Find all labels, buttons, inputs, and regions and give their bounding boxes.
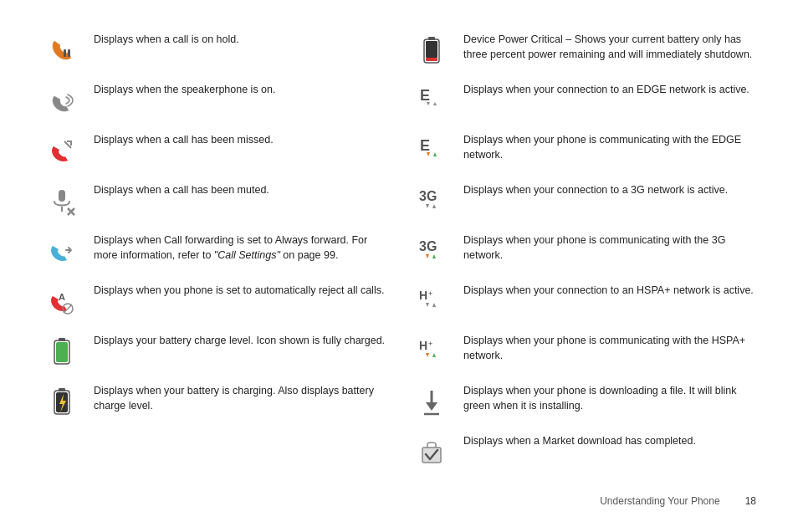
svg-rect-14: [59, 388, 65, 391]
edge-comm-icon: E: [412, 132, 452, 169]
svg-text:E: E: [420, 137, 430, 154]
svg-marker-34: [426, 303, 429, 307]
footer: Understanding Your Phone 18: [42, 489, 756, 507]
list-item: H + Displays when your phone is communic…: [412, 326, 756, 376]
list-item: Displays when Call forwarding is set to …: [42, 226, 386, 276]
3g-active-text: Displays when your connection to a 3G ne…: [463, 182, 756, 197]
edge-comm-text: Displays when your phone is communicatin…: [463, 132, 756, 162]
svg-marker-27: [426, 204, 429, 208]
muted-text: Displays when a call has been muted.: [94, 182, 386, 197]
battery-charging-icon: [42, 383, 82, 420]
svg-text:3G: 3G: [419, 239, 437, 253]
svg-rect-17: [428, 37, 435, 40]
speakerphone-text: Displays when the speakerphone is on.: [94, 82, 386, 97]
list-item: Displays when the speakerphone is on.: [42, 75, 386, 125]
list-item: Displays when a Market download has comp…: [412, 427, 756, 477]
svg-text:H: H: [419, 289, 427, 302]
speakerphone-icon: [42, 82, 82, 119]
list-item: Displays your battery charge level. Icon…: [42, 326, 386, 376]
battery-full-text: Displays your battery charge level. Icon…: [94, 333, 386, 348]
svg-marker-35: [432, 303, 436, 307]
list-item: Device Power Critical – Shows your curre…: [412, 25, 756, 75]
call-hold-text: Displays when a call is on hold.: [94, 32, 386, 47]
svg-marker-25: [433, 152, 437, 156]
list-item: A Displays when you phone is set to auto…: [42, 276, 386, 326]
content-area: Displays when a call is on hold. Display…: [42, 25, 756, 489]
hspa-comm-text: Displays when your phone is communicatin…: [463, 333, 756, 363]
list-item: Displays when your phone is downloading …: [412, 376, 756, 427]
svg-text:3G: 3G: [419, 189, 437, 203]
svg-text:E: E: [420, 87, 430, 104]
svg-text:A: A: [59, 292, 65, 302]
svg-text:H: H: [419, 339, 427, 352]
svg-marker-38: [426, 353, 429, 357]
list-item: Displays when a call is on hold.: [42, 25, 386, 75]
missed-call-text: Displays when a call has been missed.: [94, 132, 386, 147]
left-column: Displays when a call is on hold. Display…: [42, 25, 386, 489]
edge-active-text: Displays when your connection to an EDGE…: [463, 82, 756, 97]
call-hold-icon: [42, 32, 82, 69]
svg-rect-12: [56, 342, 68, 362]
3g-comm-icon: 3G: [412, 233, 452, 269]
hspa-active-icon: H +: [412, 283, 452, 320]
svg-marker-24: [427, 152, 430, 156]
hspa-active-text: Displays when your connection to an HSPA…: [463, 283, 756, 298]
list-item: E Displays when your phone is communicat…: [412, 125, 756, 176]
svg-marker-28: [432, 204, 436, 208]
list-item: Displays when your battery is charging. …: [42, 376, 386, 427]
edge-active-icon: E: [412, 82, 452, 119]
list-item: H + Displays when your connection to an …: [412, 276, 756, 326]
svg-rect-19: [426, 58, 437, 61]
svg-marker-39: [432, 353, 436, 357]
market-complete-icon: [412, 433, 452, 470]
svg-rect-3: [59, 190, 65, 202]
list-item: 3G Displays when your connection to a 3G…: [412, 176, 756, 226]
svg-text:+: +: [428, 340, 432, 348]
svg-marker-22: [433, 102, 437, 105]
svg-rect-11: [59, 338, 65, 341]
missed-call-icon: [42, 132, 82, 169]
svg-line-2: [64, 141, 71, 148]
svg-rect-1: [68, 49, 70, 57]
footer-page: 18: [745, 495, 756, 507]
battery-critical-icon: [412, 32, 452, 69]
3g-comm-text: Displays when your phone is communicatin…: [463, 233, 756, 263]
right-column: Device Power Critical – Shows your curre…: [412, 25, 756, 489]
downloading-icon: [412, 383, 452, 420]
list-item: 3G Displays when your phone is communica…: [412, 226, 756, 276]
svg-marker-31: [432, 254, 436, 258]
muted-icon: [42, 182, 82, 219]
downloading-text: Displays when your phone is downloading …: [463, 383, 756, 413]
list-item: Displays when a call has been missed.: [42, 125, 386, 176]
page: Displays when a call is on hold. Display…: [0, 0, 798, 532]
hspa-comm-icon: H +: [412, 333, 452, 370]
svg-marker-41: [426, 402, 437, 411]
call-forward-text: Displays when Call forwarding is set to …: [94, 233, 386, 263]
battery-critical-text: Device Power Critical – Shows your curre…: [463, 32, 756, 62]
svg-rect-18: [426, 41, 437, 58]
battery-charging-text: Displays when your battery is charging. …: [94, 383, 386, 413]
battery-full-icon: [42, 333, 82, 370]
svg-text:+: +: [428, 289, 432, 298]
3g-active-icon: 3G: [412, 182, 452, 219]
svg-marker-21: [427, 102, 430, 105]
list-item: E Displays when your connection to an ED…: [412, 75, 756, 125]
svg-rect-0: [64, 49, 66, 57]
market-complete-text: Displays when a Market download has comp…: [463, 433, 756, 448]
footer-label: Understanding Your Phone: [600, 495, 719, 507]
svg-marker-30: [426, 254, 429, 258]
auto-reject-text: Displays when you phone is set to automa…: [94, 283, 386, 298]
list-item: Displays when a call has been muted.: [42, 176, 386, 226]
auto-reject-icon: A: [42, 283, 82, 320]
call-forward-icon: [42, 233, 82, 269]
